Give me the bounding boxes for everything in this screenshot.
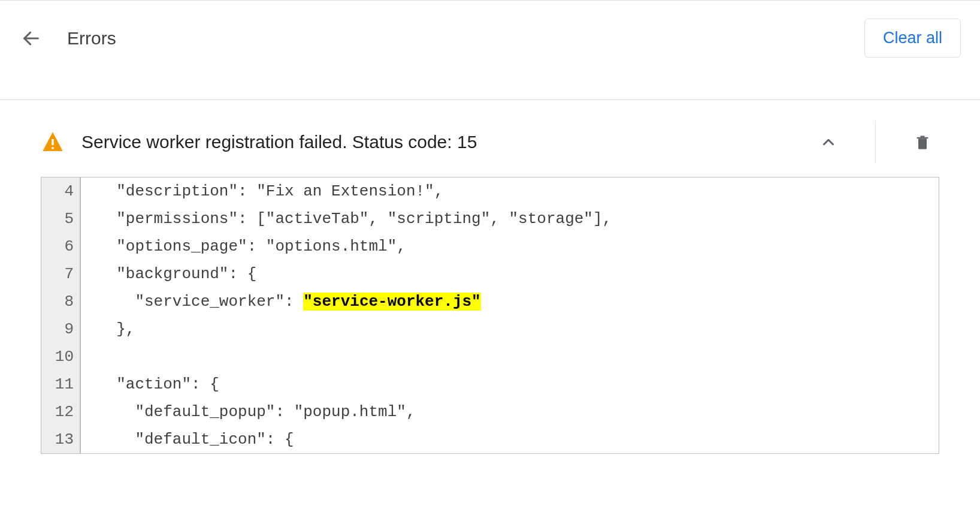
line-number: 10 xyxy=(41,343,81,371)
code-line: 11 "action": { xyxy=(41,371,939,398)
code-content: "background": { xyxy=(81,260,256,288)
error-header: Service worker registration failed. Stat… xyxy=(41,115,939,177)
line-number: 4 xyxy=(41,177,81,205)
line-number: 8 xyxy=(41,288,81,315)
warning-icon xyxy=(41,130,65,154)
svg-rect-1 xyxy=(52,139,53,145)
back-button[interactable] xyxy=(17,24,46,53)
error-panel: Service worker registration failed. Stat… xyxy=(0,100,980,478)
code-content xyxy=(81,343,98,371)
line-number: 11 xyxy=(41,371,81,398)
code-line: 4 "description": "Fix an Extension!", xyxy=(41,177,939,205)
code-line: 12 "default_popup": "popup.html", xyxy=(41,398,939,426)
line-number: 13 xyxy=(41,426,81,453)
code-content: "options_page": "options.html", xyxy=(81,233,406,260)
code-line: 5 "permissions": ["activeTab", "scriptin… xyxy=(41,205,939,233)
code-content: "action": { xyxy=(81,371,219,398)
line-number: 9 xyxy=(41,315,81,343)
code-content: "default_popup": "popup.html", xyxy=(81,398,416,426)
code-line: 8 "service_worker": "service-worker.js" xyxy=(41,288,939,315)
svg-rect-2 xyxy=(52,147,53,149)
code-line: 10 xyxy=(41,343,939,371)
delete-button[interactable] xyxy=(906,125,939,159)
vertical-divider xyxy=(875,121,876,164)
highlighted-text: "service-worker.js" xyxy=(303,293,480,311)
code-content: }, xyxy=(81,315,135,343)
clear-all-button[interactable]: Clear all xyxy=(864,19,961,58)
code-content: "service_worker": "service-worker.js" xyxy=(81,288,481,315)
line-number: 5 xyxy=(41,205,81,233)
line-number: 7 xyxy=(41,260,81,288)
code-content: "description": "Fix an Extension!", xyxy=(81,177,443,205)
arrow-left-icon xyxy=(21,28,41,49)
line-number: 12 xyxy=(41,398,81,426)
code-line: 7 "background": { xyxy=(41,260,939,288)
collapse-button[interactable] xyxy=(812,125,845,159)
code-viewer: 4 "description": "Fix an Extension!", 5 … xyxy=(41,177,939,454)
code-content: "default_icon": { xyxy=(81,426,294,453)
line-number: 6 xyxy=(41,233,81,260)
page-title: Errors xyxy=(67,28,843,49)
code-line: 13 "default_icon": { xyxy=(41,426,939,453)
error-title: Service worker registration failed. Stat… xyxy=(81,132,795,152)
chevron-up-icon xyxy=(819,133,837,151)
page-header: Errors Clear all xyxy=(0,1,980,76)
code-line: 9 }, xyxy=(41,315,939,343)
trash-icon xyxy=(914,132,931,152)
code-content: "permissions": ["activeTab", "scripting"… xyxy=(81,205,612,233)
code-line: 6 "options_page": "options.html", xyxy=(41,233,939,260)
